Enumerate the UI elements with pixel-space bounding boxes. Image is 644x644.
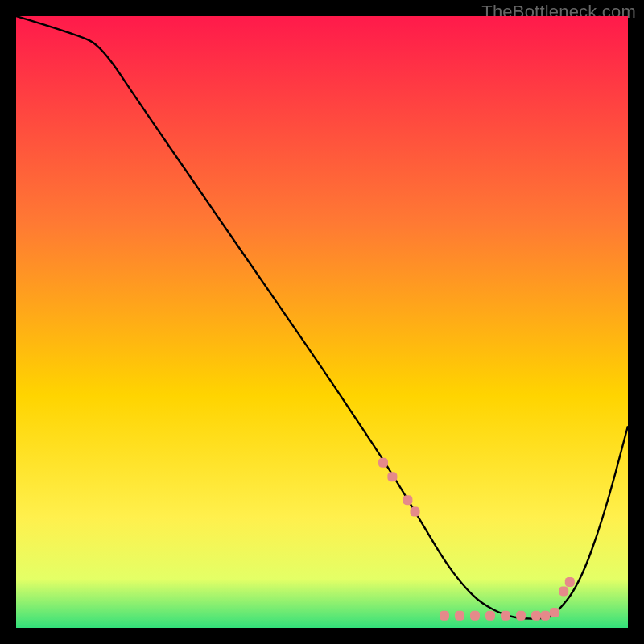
gradient-background bbox=[16, 16, 628, 628]
curve-marker bbox=[378, 458, 388, 468]
curve-marker bbox=[540, 611, 550, 621]
curve-marker bbox=[440, 611, 449, 621]
curve-marker bbox=[411, 507, 420, 517]
curve-marker bbox=[559, 586, 568, 596]
curve-marker bbox=[531, 611, 541, 621]
curve-marker bbox=[565, 577, 575, 587]
curve-marker bbox=[501, 611, 510, 621]
bottleneck-chart bbox=[16, 16, 628, 628]
curve-marker bbox=[455, 611, 464, 621]
curve-marker bbox=[402, 495, 412, 505]
curve-marker bbox=[516, 611, 526, 621]
chart-stage: TheBottleneck.com bbox=[0, 0, 644, 644]
curve-marker bbox=[470, 611, 480, 621]
plot-area bbox=[16, 16, 628, 628]
curve-marker bbox=[550, 608, 559, 617]
curve-marker bbox=[485, 611, 495, 621]
curve-marker bbox=[387, 472, 397, 481]
